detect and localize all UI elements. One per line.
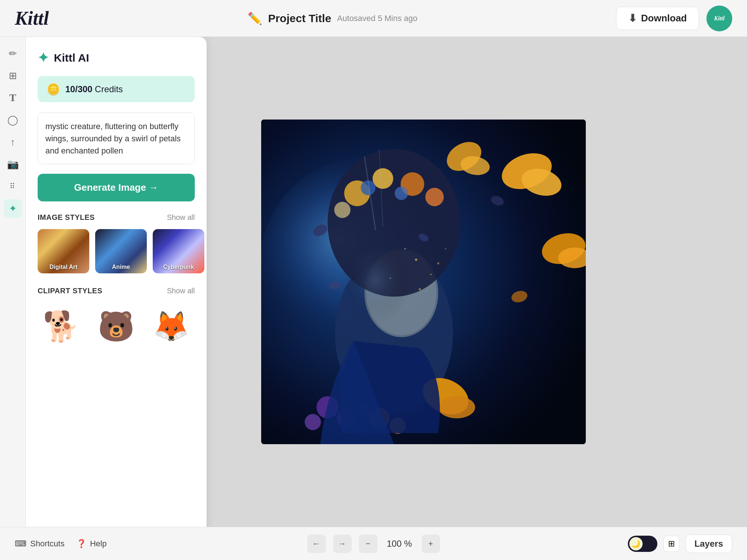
image-styles-header: IMAGE STYLES Show all — [38, 213, 195, 222]
bottom-right: 🌙 ⊞ Layers — [628, 535, 732, 553]
clipart-grid: 🐕 🐻 🦊 — [38, 303, 195, 350]
svg-point-40 — [445, 248, 446, 249]
bottom-center: ← → − 100 % + — [307, 535, 440, 553]
style-card-anime[interactable]: Anime — [95, 229, 147, 273]
svg-point-39 — [390, 277, 391, 279]
style-anime-label: Anime — [95, 264, 147, 270]
bottom-left: ⌨ Shortcuts ❓ Help — [15, 539, 107, 549]
layers-button[interactable]: Layers — [685, 535, 732, 553]
zoom-level: 100 % — [385, 539, 414, 549]
zoom-out-button[interactable]: − — [359, 535, 377, 553]
style-digital-art-label: Digital Art — [38, 264, 89, 270]
project-info: ✏️ Project Title Autosaved 5 Mins ago — [248, 11, 418, 25]
image-styles-title: IMAGE STYLES — [38, 213, 95, 222]
edit-project-icon[interactable]: ✏️ — [248, 11, 262, 25]
layers-label: Layers — [695, 539, 723, 549]
download-button[interactable]: ⬇ Download — [616, 7, 699, 30]
style-card-cyberpunk[interactable]: Cyberpunk — [153, 229, 204, 273]
style-cyberpunk-label: Cyberpunk — [153, 264, 204, 270]
canvas-artwork — [261, 120, 586, 444]
svg-point-35 — [415, 259, 417, 261]
topbar: Kittl ✏️ Project Title Autosaved 5 Mins … — [0, 0, 747, 37]
zoom-in-button[interactable]: + — [422, 535, 440, 553]
credits-icon: 🪙 — [46, 83, 60, 96]
svg-point-9 — [425, 188, 444, 206]
clipart-corgi[interactable]: 🐕 — [38, 303, 85, 350]
theme-toggle-knob: 🌙 — [629, 537, 643, 550]
svg-point-12 — [395, 187, 408, 200]
project-title[interactable]: Project Title — [268, 12, 331, 25]
svg-point-7 — [373, 168, 393, 189]
theme-toggle[interactable]: 🌙 — [628, 536, 657, 552]
autosave-status: Autosaved 5 Mins ago — [337, 14, 418, 23]
sidebar-item-shapes[interactable]: ◯ — [4, 111, 22, 129]
avatar-text: Kittl — [714, 15, 724, 22]
help-icon: ❓ — [76, 539, 86, 549]
svg-point-37 — [404, 248, 406, 249]
shortcuts-icon: ⌨ — [15, 539, 27, 549]
redo-button[interactable]: → — [333, 535, 352, 553]
ai-panel-title: ✦ Kittl AI — [38, 50, 195, 66]
clipart-fox[interactable]: 🦊 — [147, 303, 195, 350]
svg-point-32 — [331, 219, 420, 330]
download-icon: ⬇ — [628, 12, 637, 24]
sidebar: ✏ ⊞ T ◯ ↑ 📷 ⠿ ✦ — [0, 37, 26, 527]
svg-point-20 — [438, 396, 475, 418]
sidebar-item-edit[interactable]: ✏ — [4, 44, 22, 63]
ai-panel: ✦ Kittl AI 🪙 10/300 Credits Generate Ima… — [26, 37, 207, 560]
clipart-styles-title: CLIPART STYLES — [38, 287, 103, 295]
shortcuts-button[interactable]: ⌨ Shortcuts — [15, 539, 65, 549]
image-styles-show-all[interactable]: Show all — [167, 213, 195, 222]
canvas-image — [261, 120, 586, 444]
sidebar-item-ai[interactable]: ✦ — [4, 199, 22, 218]
download-label: Download — [641, 13, 687, 24]
svg-point-10 — [334, 202, 350, 218]
sidebar-item-text[interactable]: T — [4, 89, 22, 107]
app-logo[interactable]: Kittl — [15, 7, 49, 29]
credits-text: 10/300 Credits — [65, 84, 123, 94]
sidebar-item-grid[interactable]: ⠿ — [4, 177, 22, 196]
clipart-bear[interactable]: 🐻 — [93, 303, 140, 350]
shortcuts-label: Shortcuts — [30, 539, 65, 549]
topbar-right: ⬇ Download Kittl — [616, 6, 732, 31]
sidebar-item-upload[interactable]: ↑ — [4, 133, 22, 151]
clipart-styles-show-all[interactable]: Show all — [167, 287, 195, 295]
avatar[interactable]: Kittl — [706, 6, 732, 31]
credits-box: 🪙 10/300 Credits — [38, 76, 195, 102]
help-button[interactable]: ❓ Help — [76, 539, 107, 549]
bottombar: ⌨ Shortcuts ❓ Help ← → − 100 % + 🌙 ⊞ Lay… — [0, 527, 747, 560]
ai-title-text: Kittl AI — [54, 52, 89, 64]
svg-point-41 — [419, 288, 421, 290]
prompt-input[interactable] — [38, 113, 195, 164]
svg-point-36 — [430, 274, 432, 275]
sidebar-item-layout[interactable]: ⊞ — [4, 66, 22, 85]
undo-button[interactable]: ← — [307, 535, 326, 553]
generate-button[interactable]: Generate Image → — [38, 174, 195, 201]
style-card-digital-art[interactable]: Digital Art — [38, 229, 89, 273]
svg-point-28 — [305, 414, 321, 430]
image-styles-grid: Digital Art Anime Cyberpunk — [38, 229, 195, 273]
ai-spark-icon: ✦ — [38, 50, 49, 66]
svg-point-38 — [437, 262, 439, 265]
clipart-styles-header: CLIPART STYLES Show all — [38, 287, 195, 295]
generate-label: Generate Image → — [74, 182, 158, 193]
help-label: Help — [90, 539, 107, 549]
layers-icon-btn[interactable]: ⊞ — [663, 536, 679, 552]
sidebar-item-camera[interactable]: 📷 — [4, 155, 22, 173]
